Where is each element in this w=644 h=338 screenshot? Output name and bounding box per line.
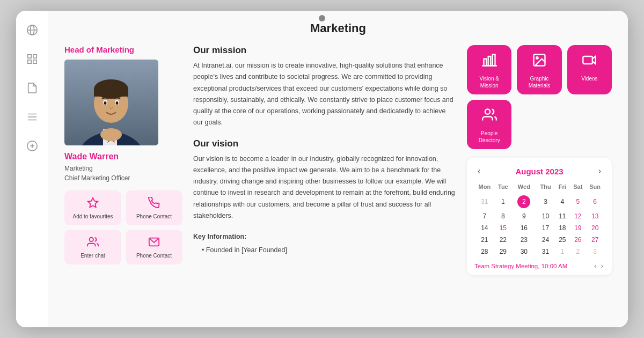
star-icon bbox=[86, 196, 100, 210]
calendar-day[interactable]: 9 bbox=[511, 210, 537, 222]
calendar-day[interactable]: 19 bbox=[570, 222, 586, 234]
calendar-day[interactable]: 2 bbox=[511, 193, 537, 210]
calendar-day[interactable]: 28 bbox=[474, 246, 495, 258]
list-icon[interactable] bbox=[24, 108, 41, 126]
event-prev-button[interactable]: ‹ bbox=[593, 262, 597, 270]
graphic-materials-label: Graphic Materials bbox=[520, 75, 558, 89]
calendar-day[interactable]: 12 bbox=[570, 210, 586, 222]
calendar-day[interactable]: 31 bbox=[474, 193, 495, 210]
plus-icon[interactable] bbox=[24, 137, 41, 155]
svg-rect-30 bbox=[492, 55, 495, 66]
calendar-day[interactable]: 4 bbox=[554, 193, 570, 210]
calendar: ‹ August 2023 › Mon Tue Wed Thu bbox=[467, 158, 612, 275]
file-icon[interactable] bbox=[24, 79, 41, 97]
svg-rect-29 bbox=[488, 56, 491, 66]
calendar-event-label: Team Strategy Meeting, 10:00 AM bbox=[474, 263, 567, 269]
calendar-day[interactable]: 3 bbox=[537, 193, 555, 210]
mission-title: Our mission bbox=[193, 45, 456, 56]
calendar-day[interactable]: 17 bbox=[537, 222, 555, 234]
bar-chart-icon bbox=[482, 53, 497, 71]
grid-icon[interactable] bbox=[24, 50, 41, 68]
svg-point-24 bbox=[100, 128, 122, 141]
vision-mission-link[interactable]: Vision & Mission bbox=[467, 45, 511, 94]
weekday-wed: Wed bbox=[511, 182, 537, 193]
calendar-day[interactable]: 6 bbox=[586, 193, 604, 210]
calendar-day[interactable]: 22 bbox=[495, 234, 511, 246]
people-directory-label: People Directory bbox=[470, 130, 508, 144]
main-content: Marketing Head of Marketing bbox=[48, 11, 628, 327]
calendar-day[interactable]: 3 bbox=[586, 246, 604, 258]
graphic-materials-link[interactable]: Graphic Materials bbox=[517, 45, 561, 94]
action-buttons: Add to favourites Phone Contact bbox=[64, 190, 182, 264]
calendar-day[interactable]: 20 bbox=[586, 222, 604, 234]
calendar-day[interactable]: 30 bbox=[511, 246, 537, 258]
calendar-day[interactable]: 24 bbox=[537, 234, 555, 246]
svg-point-35 bbox=[485, 109, 489, 114]
svg-rect-6 bbox=[33, 60, 36, 63]
videos-link[interactable]: Videos bbox=[567, 45, 612, 94]
device-notch bbox=[319, 15, 325, 21]
add-favourites-button[interactable]: Add to favourites bbox=[64, 190, 121, 225]
calendar-day[interactable]: 15 bbox=[495, 222, 511, 234]
svg-rect-34 bbox=[583, 56, 593, 64]
calendar-day[interactable]: 26 bbox=[570, 234, 586, 246]
globe-icon[interactable] bbox=[24, 21, 41, 39]
svg-marker-25 bbox=[88, 198, 98, 207]
head-label: Head of Marketing bbox=[64, 45, 182, 54]
calendar-day[interactable]: 10 bbox=[537, 210, 555, 222]
chat-icon bbox=[86, 235, 100, 249]
svg-point-33 bbox=[536, 57, 538, 59]
content-grid: Head of Marketing bbox=[64, 45, 612, 275]
enter-chat-button[interactable]: Enter chat bbox=[64, 230, 121, 264]
svg-rect-3 bbox=[27, 55, 31, 58]
calendar-day[interactable]: 21 bbox=[474, 234, 495, 246]
svg-rect-5 bbox=[27, 60, 31, 63]
calendar-day[interactable]: 13 bbox=[586, 210, 604, 222]
weekday-mon: Mon bbox=[474, 182, 495, 193]
people-icon bbox=[482, 107, 497, 126]
event-next-button[interactable]: › bbox=[600, 262, 604, 270]
weekday-thu: Thu bbox=[537, 182, 555, 193]
person-role: Marketing Chief Marketing Officer bbox=[64, 164, 182, 183]
calendar-day[interactable]: 27 bbox=[586, 234, 604, 246]
calendar-prev-button[interactable]: ‹ bbox=[474, 165, 484, 177]
calendar-event-nav: ‹ › bbox=[593, 262, 604, 270]
calendar-day[interactable]: 14 bbox=[474, 222, 495, 234]
calendar-header: ‹ August 2023 › bbox=[474, 165, 604, 177]
page-title: Marketing bbox=[64, 21, 612, 35]
calendar-day[interactable]: 2 bbox=[570, 246, 586, 258]
svg-rect-28 bbox=[484, 59, 486, 66]
calendar-day[interactable]: 7 bbox=[474, 210, 495, 222]
calendar-event: Team Strategy Meeting, 10:00 AM ‹ › bbox=[474, 262, 604, 270]
calendar-day[interactable]: 31 bbox=[537, 246, 555, 258]
calendar-day[interactable]: 1 bbox=[554, 246, 570, 258]
svg-rect-19 bbox=[94, 89, 128, 97]
right-column: Vision & Mission Graphic Materials bbox=[467, 45, 612, 275]
mission-text: At Intranet.ai, our mission is to create… bbox=[193, 60, 456, 129]
key-info-item: • Founded in [Year Founded] bbox=[202, 245, 456, 256]
videos-label: Videos bbox=[581, 75, 597, 82]
phone-contact-label-1: Phone Contact bbox=[136, 213, 172, 220]
calendar-day[interactable]: 16 bbox=[511, 222, 537, 234]
phone-contact-button-1[interactable]: Phone Contact bbox=[126, 190, 182, 225]
calendar-day[interactable]: 23 bbox=[511, 234, 537, 246]
calendar-day[interactable]: 18 bbox=[554, 222, 570, 234]
middle-column: Our mission At Intranet.ai, our mission … bbox=[193, 45, 456, 275]
phone-contact-label-2: Phone Contact bbox=[136, 252, 172, 259]
video-icon bbox=[582, 53, 597, 71]
device-frame: Marketing Head of Marketing bbox=[16, 11, 628, 327]
calendar-day[interactable]: 11 bbox=[554, 210, 570, 222]
app-shell: Marketing Head of Marketing bbox=[16, 11, 628, 327]
calendar-day[interactable]: 8 bbox=[495, 210, 511, 222]
people-directory-link[interactable]: People Directory bbox=[467, 100, 511, 149]
person-name: Wade Warren bbox=[64, 152, 182, 161]
calendar-day[interactable]: 1 bbox=[495, 193, 511, 210]
calendar-day[interactable]: 25 bbox=[554, 234, 570, 246]
phone-contact-button-2[interactable]: Phone Contact bbox=[126, 230, 182, 264]
calendar-day[interactable]: 5 bbox=[570, 193, 586, 210]
left-column: Head of Marketing bbox=[64, 45, 182, 275]
weekday-fri: Fri bbox=[554, 182, 570, 193]
calendar-day[interactable]: 29 bbox=[495, 246, 511, 258]
svg-point-22 bbox=[104, 101, 107, 105]
calendar-next-button[interactable]: › bbox=[595, 165, 604, 177]
